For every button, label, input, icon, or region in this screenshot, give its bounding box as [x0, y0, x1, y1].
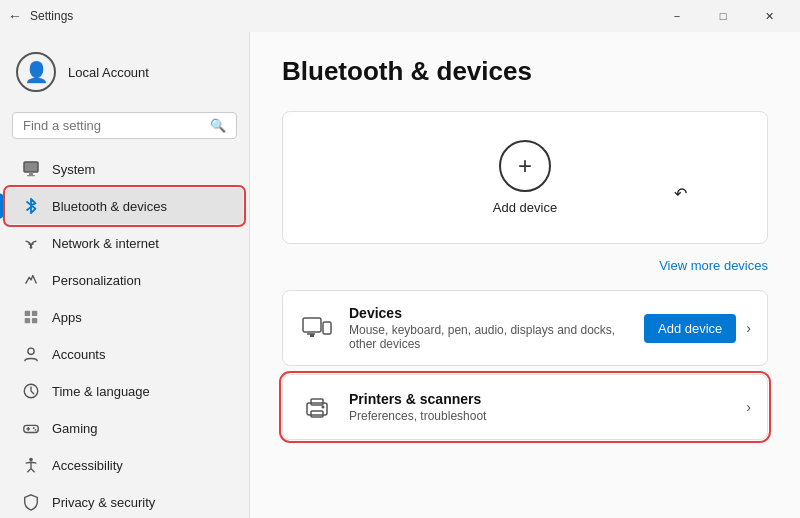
svg-rect-2: [27, 175, 35, 176]
sidebar-item-system[interactable]: System: [6, 151, 243, 187]
search-icon: 🔍: [210, 118, 226, 133]
sidebar-item-label-time: Time & language: [52, 384, 150, 399]
title-bar-left: ← Settings: [8, 8, 73, 24]
svg-rect-6: [25, 318, 30, 323]
avatar: 👤: [16, 52, 56, 92]
view-more-link[interactable]: View more devices: [282, 256, 768, 274]
sidebar-item-label-system: System: [52, 162, 95, 177]
svg-rect-22: [311, 411, 323, 417]
device-row-subtitle-devices: Mouse, keyboard, pen, audio, displays an…: [349, 323, 630, 351]
svg-rect-4: [25, 311, 30, 316]
device-row-title-printers: Printers & scanners: [349, 391, 732, 407]
nav-list: System Bluetooth & devices: [0, 151, 249, 518]
bluetooth-icon: [22, 197, 40, 215]
svg-rect-16: [303, 318, 321, 332]
sidebar-item-label-personalization: Personalization: [52, 273, 141, 288]
title-bar-title: Settings: [30, 9, 73, 23]
sidebar-item-label-apps: Apps: [52, 310, 82, 325]
cursor-indicator: ↶: [674, 184, 687, 203]
accounts-icon: [22, 345, 40, 363]
personalization-icon: [22, 271, 40, 289]
device-row-devices[interactable]: Devices Mouse, keyboard, pen, audio, dis…: [282, 290, 768, 366]
svg-point-14: [35, 429, 37, 431]
maximize-button[interactable]: □: [700, 0, 746, 32]
svg-rect-5: [32, 311, 37, 316]
add-device-label: Add device: [493, 200, 557, 215]
add-device-card[interactable]: + Add device ↶: [282, 111, 768, 244]
svg-rect-21: [311, 399, 323, 405]
privacy-icon: [22, 493, 40, 511]
svg-rect-0: [24, 162, 38, 172]
accessibility-icon: [22, 456, 40, 474]
plus-icon: +: [518, 154, 532, 178]
svg-point-23: [322, 406, 325, 409]
device-row-text-devices: Devices Mouse, keyboard, pen, audio, dis…: [349, 305, 630, 351]
device-row-title-devices: Devices: [349, 305, 630, 321]
sidebar-item-apps[interactable]: Apps: [6, 299, 243, 335]
sidebar-item-bluetooth[interactable]: Bluetooth & devices: [6, 188, 243, 224]
title-bar: ← Settings − □ ✕: [0, 0, 800, 32]
view-more-anchor[interactable]: View more devices: [659, 258, 768, 273]
sidebar-item-label-gaming: Gaming: [52, 421, 98, 436]
sidebar-item-accounts[interactable]: Accounts: [6, 336, 243, 372]
sidebar-item-label-accessibility: Accessibility: [52, 458, 123, 473]
sidebar-item-label-privacy: Privacy & security: [52, 495, 155, 510]
apps-icon: [22, 308, 40, 326]
user-icon: 👤: [24, 60, 49, 84]
sidebar-item-label-bluetooth: Bluetooth & devices: [52, 199, 167, 214]
sidebar-item-time[interactable]: Time & language: [6, 373, 243, 409]
svg-rect-1: [29, 172, 33, 175]
app-window: 👤 Local Account 🔍 System: [0, 32, 800, 518]
sidebar: 👤 Local Account 🔍 System: [0, 32, 250, 518]
device-row-text-printers: Printers & scanners Preferences, trouble…: [349, 391, 732, 423]
page-title: Bluetooth & devices: [282, 56, 768, 87]
sidebar-item-accessibility[interactable]: Accessibility: [6, 447, 243, 483]
minimize-button[interactable]: −: [654, 0, 700, 32]
svg-rect-19: [310, 334, 314, 337]
add-device-circle: +: [499, 140, 551, 192]
sidebar-item-label-accounts: Accounts: [52, 347, 105, 362]
sidebar-item-gaming[interactable]: Gaming: [6, 410, 243, 446]
printers-icon: [299, 389, 335, 425]
svg-point-3: [30, 246, 33, 249]
sidebar-item-network[interactable]: Network & internet: [6, 225, 243, 261]
network-icon: [22, 234, 40, 252]
user-section[interactable]: 👤 Local Account: [0, 40, 249, 104]
svg-rect-10: [24, 425, 38, 432]
gaming-icon: [22, 419, 40, 437]
device-row-printers[interactable]: Printers & scanners Preferences, trouble…: [282, 374, 768, 440]
system-icon: [22, 160, 40, 178]
time-icon: [22, 382, 40, 400]
svg-point-13: [33, 427, 35, 429]
search-input[interactable]: [23, 118, 204, 133]
search-box[interactable]: 🔍: [12, 112, 237, 139]
devices-icon: [299, 310, 335, 346]
back-icon[interactable]: ←: [8, 8, 22, 24]
svg-point-8: [28, 348, 34, 354]
title-bar-controls: − □ ✕: [654, 0, 792, 32]
device-row-actions-printers: ›: [746, 399, 751, 415]
sidebar-item-label-network: Network & internet: [52, 236, 159, 251]
svg-point-15: [29, 458, 33, 462]
sidebar-item-privacy[interactable]: Privacy & security: [6, 484, 243, 518]
chevron-right-icon-devices: ›: [746, 320, 751, 336]
svg-rect-17: [323, 322, 331, 334]
device-row-subtitle-printers: Preferences, troubleshoot: [349, 409, 732, 423]
svg-rect-7: [32, 318, 37, 323]
content-area: Bluetooth & devices + Add device ↶ View …: [250, 32, 800, 518]
close-button[interactable]: ✕: [746, 0, 792, 32]
sidebar-item-personalization[interactable]: Personalization: [6, 262, 243, 298]
chevron-right-icon-printers: ›: [746, 399, 751, 415]
user-name-label: Local Account: [68, 65, 149, 80]
device-row-actions-devices: Add device ›: [644, 314, 751, 343]
add-device-button[interactable]: Add device: [644, 314, 736, 343]
